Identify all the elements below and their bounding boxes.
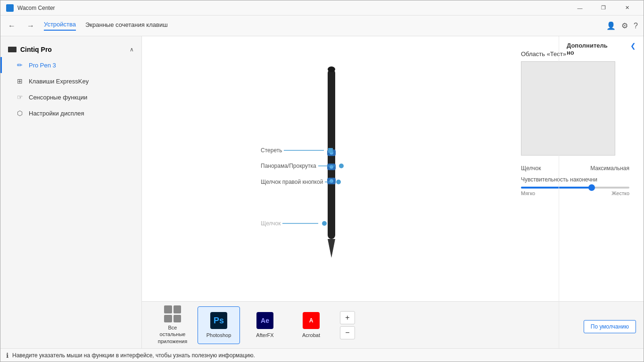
forward-button[interactable]: → [25,20,36,32]
label-click: Щелчок [261,220,327,227]
nav-bar: ← → Устройства Экранные сочетания клавиш… [0,16,644,36]
app-icon [6,4,14,12]
afterfx-icon: Ae [256,312,273,329]
all-apps-icon-wrapper [163,305,182,322]
close-button[interactable]: ✕ [616,0,638,16]
add-app-button[interactable]: + [340,311,355,324]
sidebar-item-expresskey-label: Клавиши ExpressKey [29,78,89,85]
app-label-all: Всеостальныеприложения [158,324,187,345]
app-label-photoshop: Photoshop [206,332,231,338]
line-erase [284,150,326,151]
line-pan [318,165,337,166]
all-apps-icon [164,305,181,322]
main-layout: Cintiq Pro ∧ ✏ Pro Pen 3 ⊞ Клавиши Expre… [0,36,644,348]
sidebar-item-display-label: Настройки дисплея [29,110,84,117]
dot-rightclick [336,180,341,184]
default-button[interactable]: По умолчанию [584,320,636,333]
app-label-acrobat: Acrobat [302,332,320,338]
touch-icon: ☞ [16,93,24,101]
acrobat-icon-wrapper: A [302,311,321,330]
label-erase: Стереть [261,147,333,154]
app-label-afterfx: AfterFX [256,332,273,338]
account-icon[interactable]: 👤 [606,21,616,30]
sidebar-item-expresskey[interactable]: ⊞ Клавиши ExpressKey [0,73,141,89]
sidebar-item-pen-label: Pro Pen 3 [29,62,56,69]
remove-app-button[interactable]: − [340,326,355,339]
sidebar-item-pro-pen-3[interactable]: ✏ Pro Pen 3 [0,57,141,73]
collapse-button[interactable]: ❮ [630,42,636,49]
app-item-acrobat[interactable]: A Acrobat [290,306,332,344]
pen-icon: ✏ [16,61,24,69]
additional-title: Дополнительно [567,42,608,56]
acrobat-icon: A [303,312,320,329]
additional-panel: Дополнительно ❮ По умолчанию [559,36,644,348]
status-bar: ℹ Наведите указатель мыши на функции в и… [0,348,644,362]
label-pan: Панорама/Прокрутка [261,163,344,169]
svg-marker-1 [328,239,335,258]
pen-section: Стереть Панорама/Прокрутка Щелчок правой… [142,36,644,301]
help-icon[interactable]: ? [634,22,638,30]
window-controls: — ❐ ✕ [569,0,638,16]
chevron-up-icon: ∧ [130,46,134,53]
nav-shortcuts[interactable]: Экранные сочетания клавиш [85,21,168,30]
slider-left-label: Мягко [521,190,535,196]
pressure-left-label: Щелчок [521,165,541,172]
add-remove-buttons: + − [340,311,355,339]
status-text: Наведите указатель мыши на функции в инт… [12,352,255,359]
photoshop-icon-wrapper: Ps [209,311,228,330]
app-item-afterfx[interactable]: Ae AfterFX [244,306,286,344]
info-icon: ℹ [6,352,8,359]
settings-icon[interactable]: ⚙ [621,21,628,30]
expresskey-icon: ⊞ [16,77,24,85]
nav-devices[interactable]: Устройства [44,21,76,31]
app-item-photoshop[interactable]: Ps Photoshop [198,306,240,344]
pen-visual: Стереть Панорама/Прокрутка Щелчок правой… [261,55,402,272]
afterfx-icon-wrapper: Ae [256,311,274,330]
label-rightclick-text: Щелчок правой кнопкой [261,179,323,185]
display-icon: ⬡ [16,109,24,117]
device-icon [8,47,17,52]
dot-pan [339,164,344,168]
back-button[interactable]: ← [6,20,17,32]
device-name: Cintiq Pro [20,46,52,53]
label-pan-text: Панорама/Прокрутка [261,163,316,169]
label-click-text: Щелчок [261,220,281,227]
label-rightclick: Щелчок правой кнопкой [261,179,341,185]
sidebar-item-touch[interactable]: ☞ Сенсорные функции [0,89,141,105]
pen-diagram: Стереть Панорама/Прокрутка Щелчок правой… [156,46,507,292]
photoshop-icon: Ps [210,312,227,329]
window-title: Wacom Center [17,5,569,11]
additional-header: Дополнительно ❮ [567,42,636,56]
label-erase-text: Стереть [261,147,282,154]
device-header[interactable]: Cintiq Pro ∧ [0,42,141,57]
sidebar: Cintiq Pro ∧ ✏ Pro Pen 3 ⊞ Клавиши Expre… [0,36,142,348]
nav-right-icons: 👤 ⚙ ? [606,21,638,30]
nav-links: Устройства Экранные сочетания клавиш [44,21,168,31]
svg-point-2 [328,66,335,72]
app-item-all[interactable]: Всеостальныеприложения [151,306,194,344]
minimize-button[interactable]: — [569,0,591,16]
restore-button[interactable]: ❐ [593,0,614,16]
line-rightclick [325,181,334,182]
content-area: Стереть Панорама/Прокрутка Щелчок правой… [142,36,644,348]
title-bar: Wacom Center — ❐ ✕ [0,0,644,16]
line-click [282,223,320,224]
dot-erase [328,148,333,153]
sidebar-item-touch-label: Сенсорные функции [29,94,87,101]
dot-click [322,221,327,226]
sidebar-item-display[interactable]: ⬡ Настройки дисплея [0,105,141,121]
